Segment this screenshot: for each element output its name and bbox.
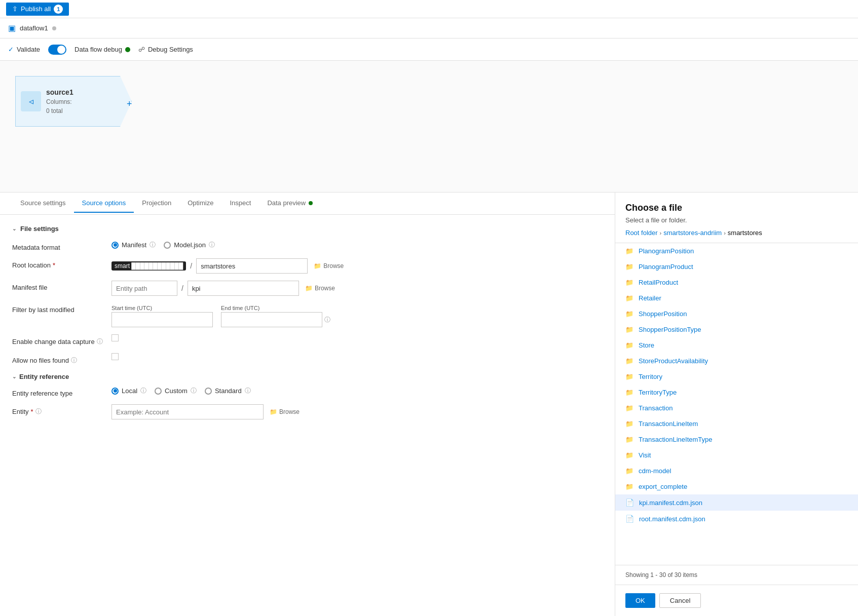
standard-radio[interactable]: Standard ⓘ	[205, 387, 251, 395]
custom-radio-circle[interactable]	[155, 388, 162, 395]
list-item[interactable]: 📄 root.manifest.cdm.json	[615, 511, 858, 527]
list-item[interactable]: 📁 Visit	[615, 447, 858, 463]
list-item[interactable]: 📁 PlanogramPosition	[615, 243, 858, 259]
filter-modified-label: Filter by last modified	[12, 303, 103, 314]
list-item[interactable]: 📄 kpi.manifest.cdm.json	[615, 494, 858, 511]
publish-all-button[interactable]: ⇧ Publish all 1	[6, 3, 69, 16]
metadata-radio-group: Manifest ⓘ Model.json ⓘ	[111, 241, 215, 249]
list-item[interactable]: 📁 ShopperPosition	[615, 306, 858, 322]
list-item[interactable]: 📁 TransactionLineItem	[615, 416, 858, 432]
list-item[interactable]: 📁 ShopperPositionType	[615, 322, 858, 337]
tab-source-options[interactable]: Source options	[74, 194, 134, 213]
root-location-browse-button[interactable]: 📁 Browse	[312, 260, 346, 272]
entity-browse-button[interactable]: 📁 Browse	[268, 406, 302, 417]
list-item[interactable]: 📁 PlanogramProduct	[615, 259, 858, 275]
root-location-input1[interactable]: smart ████████████	[111, 261, 186, 271]
no-files-info-icon[interactable]: ⓘ	[71, 356, 77, 365]
item-name: PlanogramProduct	[639, 263, 693, 271]
dataflow-title[interactable]: dataflow1	[20, 24, 48, 32]
local-info-icon[interactable]: ⓘ	[140, 387, 146, 395]
unsaved-indicator	[52, 26, 56, 30]
item-name: StoreProductAvailability	[639, 357, 708, 365]
tab-inspect[interactable]: Inspect	[221, 194, 259, 213]
debug-settings-label: Debug Settings	[148, 46, 193, 53]
tab-optimize[interactable]: Optimize	[179, 194, 221, 213]
folder-icon: 📁	[625, 341, 633, 349]
folder-browse-icon: 📁	[314, 262, 321, 270]
list-item[interactable]: 📁 Store	[615, 337, 858, 353]
breadcrumb-container[interactable]: smartstores-andriim	[663, 229, 722, 237]
tab-data-preview[interactable]: Data preview	[259, 194, 321, 213]
enable-cdc-checkbox[interactable]	[111, 334, 119, 341]
canvas-area: ◃ source1 Columns: 0 total +	[0, 61, 858, 192]
folder-icon: 📁	[625, 467, 633, 475]
list-item[interactable]: 📁 Territory	[615, 369, 858, 384]
tab-source-settings[interactable]: Source settings	[12, 194, 74, 213]
model-json-radio[interactable]: Model.json ⓘ	[164, 241, 215, 249]
path-separator-1: /	[190, 262, 192, 270]
entity-ref-type-row: Entity reference type Local ⓘ Custom ⓘ	[12, 387, 603, 397]
end-time-input[interactable]	[221, 312, 322, 327]
entity-ref-type-controls: Local ⓘ Custom ⓘ Standard ⓘ	[111, 387, 603, 395]
entity-ref-type-label: Entity reference type	[12, 387, 103, 397]
debug-settings-button[interactable]: ☍ Debug Settings	[138, 46, 193, 53]
entity-input[interactable]	[111, 404, 264, 419]
end-time-label: End time (UTC)	[221, 305, 330, 311]
enable-cdc-row: Enable change data capture ⓘ	[12, 334, 603, 346]
entity-info-icon[interactable]: ⓘ	[35, 407, 42, 416]
manifest-file-input2[interactable]	[188, 281, 299, 296]
debug-label: Data flow debug	[74, 46, 130, 53]
top-bar: ⇧ Publish all 1	[0, 0, 858, 18]
publish-badge: 1	[54, 5, 63, 14]
node-columns-value: 0 total	[46, 107, 73, 114]
tab-projection[interactable]: Projection	[134, 194, 179, 213]
file-browser-title: Choose a file	[625, 203, 848, 213]
no-files-checkbox-box[interactable]	[111, 353, 119, 360]
list-item[interactable]: 📁 TransactionLineItemType	[615, 432, 858, 447]
model-json-label: Model.json	[174, 241, 206, 249]
list-item[interactable]: 📁 StoreProductAvailability	[615, 353, 858, 369]
manifest-info-icon[interactable]: ⓘ	[150, 241, 156, 249]
folder-icon: 📁	[625, 420, 633, 428]
metadata-format-row: Metadata format Manifest ⓘ Model.json ⓘ	[12, 241, 603, 251]
ok-button[interactable]: OK	[625, 593, 655, 608]
root-location-input2[interactable]	[196, 258, 308, 274]
manifest-browse-button[interactable]: 📁 Browse	[303, 283, 337, 294]
start-time-input[interactable]	[111, 312, 213, 327]
file-browser-footer: OK Cancel	[615, 585, 858, 616]
settings-icon: ☍	[138, 46, 145, 53]
custom-info-icon[interactable]: ⓘ	[191, 387, 197, 395]
cancel-button[interactable]: Cancel	[659, 593, 701, 608]
debug-toggle[interactable]	[48, 45, 66, 55]
list-item[interactable]: 📁 Retailer	[615, 290, 858, 306]
breadcrumb-root[interactable]: Root folder	[625, 229, 658, 237]
end-time-info-icon[interactable]: ⓘ	[324, 316, 330, 324]
local-radio-circle[interactable]	[111, 388, 119, 395]
manifest-entity-path-input[interactable]	[111, 281, 177, 296]
validate-button[interactable]: ✓ Validate	[8, 46, 40, 53]
folder-icon: 📁	[625, 451, 633, 459]
manifest-radio[interactable]: Manifest ⓘ	[111, 241, 156, 249]
node-add-button[interactable]: +	[127, 99, 132, 109]
file-settings-section-header[interactable]: ⌄ File settings	[12, 225, 603, 233]
standard-radio-circle[interactable]	[205, 388, 212, 395]
list-item[interactable]: 📁 export_complete	[615, 479, 858, 494]
custom-radio[interactable]: Custom ⓘ	[155, 387, 197, 395]
manifest-radio-circle[interactable]	[111, 242, 119, 249]
entity-reference-section-header[interactable]: ⌄ Entity reference	[12, 373, 603, 380]
list-item[interactable]: 📁 Transaction	[615, 400, 858, 416]
list-item[interactable]: 📁 RetailProduct	[615, 275, 858, 290]
allow-no-files-checkbox[interactable]	[111, 353, 119, 360]
source-node[interactable]: ◃ source1 Columns: 0 total	[15, 76, 132, 127]
model-json-radio-circle[interactable]	[164, 242, 171, 249]
item-name: RetailProduct	[639, 279, 678, 286]
local-radio[interactable]: Local ⓘ	[111, 387, 146, 395]
start-time-group: Start time (UTC)	[111, 305, 213, 327]
standard-info-icon[interactable]: ⓘ	[245, 387, 251, 395]
cdc-info-icon[interactable]: ⓘ	[97, 337, 103, 346]
item-name: TransactionLineItem	[639, 420, 698, 428]
list-item[interactable]: 📁 TerritoryType	[615, 384, 858, 400]
list-item[interactable]: 📁 cdm-model	[615, 463, 858, 479]
model-json-info-icon[interactable]: ⓘ	[209, 241, 215, 249]
cdc-checkbox-box[interactable]	[111, 334, 119, 341]
